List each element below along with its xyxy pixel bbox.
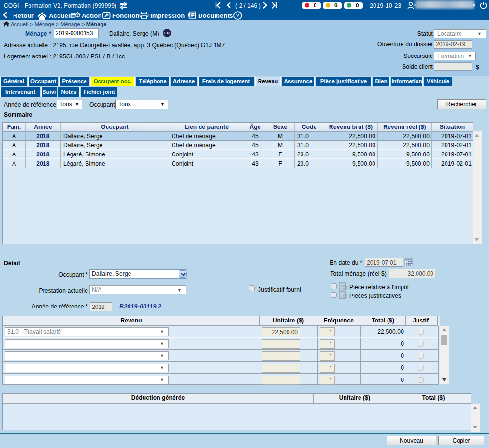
svg-text:?: ? bbox=[236, 12, 239, 18]
